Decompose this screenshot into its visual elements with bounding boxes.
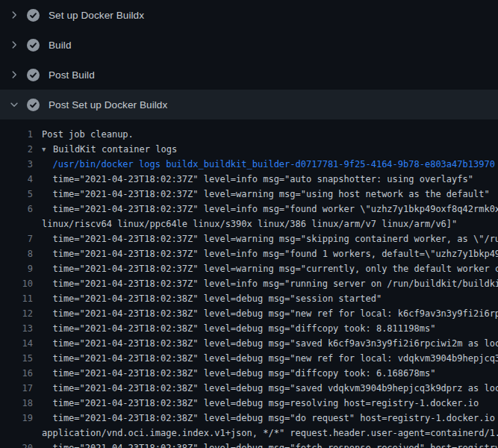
log-line: 9time="2021-04-23T18:02:37Z" level=warni… (0, 261, 498, 276)
line-number[interactable]: 2 (0, 142, 33, 157)
log-line: 6time="2021-04-23T18:02:37Z" level=info … (0, 202, 498, 217)
log-line: linux/riscv64 linux/ppc64le linux/s390x … (0, 217, 498, 231)
line-number[interactable]: 16 (0, 366, 33, 381)
chevron-down-icon[interactable] (9, 99, 19, 110)
log-line: 11time="2021-04-23T18:02:38Z" level=debu… (0, 291, 498, 306)
step-label-build: Build (49, 40, 72, 51)
line-number[interactable]: 6 (0, 202, 33, 217)
log-line: 16time="2021-04-23T18:02:38Z" level=debu… (0, 366, 498, 381)
log-text: time="2021-04-23T18:02:38Z" level=debug … (42, 381, 498, 396)
log-line: 13time="2021-04-23T18:02:38Z" level=debu… (0, 321, 498, 336)
log-line: 17time="2021-04-23T18:02:38Z" level=debu… (0, 381, 498, 396)
log-group-row[interactable]: 2▼BuildKit container logs (0, 142, 498, 157)
log-line: 8time="2021-04-23T18:02:37Z" level=info … (0, 246, 498, 261)
chevron-right-icon[interactable] (9, 40, 19, 50)
step-label-post-build: Post Build (49, 69, 95, 81)
log-text: ▼BuildKit container logs (42, 142, 498, 157)
log-text: time="2021-04-23T18:02:37Z" level=warnin… (42, 187, 498, 202)
log-line: 1Post job cleanup. (0, 127, 498, 142)
log-text: time="2021-04-23T18:02:38Z" level=debug … (42, 336, 498, 351)
line-number[interactable]: 1 (0, 127, 33, 142)
log-text: time="2021-04-23T18:02:38Z" level=debug … (42, 291, 498, 306)
line-number[interactable]: 14 (0, 336, 33, 351)
line-number[interactable]: 10 (0, 276, 33, 291)
step-label-set-up-docker-buildx: Set up Docker Buildx (49, 10, 144, 21)
log-text: time="2021-04-23T18:02:37Z" level=info m… (42, 172, 498, 187)
check-circle-icon (27, 9, 40, 22)
check-circle-icon (27, 99, 40, 111)
log-text: time="2021-04-23T18:02:37Z" level=info m… (42, 246, 498, 261)
line-number[interactable]: 9 (0, 261, 33, 276)
line-number[interactable]: 12 (0, 306, 33, 321)
step-label-post-set-up-docker-buildx: Post Set up Docker Buildx (49, 99, 167, 111)
check-circle-icon (27, 69, 40, 81)
line-number (0, 217, 33, 231)
line-number[interactable]: 18 (0, 396, 33, 411)
line-number[interactable]: 8 (0, 246, 33, 261)
step-row-post-set-up-docker-buildx[interactable]: Post Set up Docker Buildx (0, 90, 498, 119)
log-text: time="2021-04-23T18:02:38Z" level=debug … (42, 321, 498, 336)
log-line: application/vnd.oci.image.index.v1+json,… (0, 426, 498, 441)
step-row-build[interactable]: Build (0, 30, 498, 60)
log-line: 5time="2021-04-23T18:02:37Z" level=warni… (0, 187, 498, 202)
line-number[interactable]: 4 (0, 172, 33, 187)
log-command-text: /usr/bin/docker logs buildx_buildkit_bui… (42, 157, 498, 172)
log-text: application/vnd.oci.image.index.v1+json,… (42, 426, 498, 441)
line-number[interactable]: 3 (0, 157, 33, 172)
log-text: time="2021-04-23T18:02:37Z" level=warnin… (42, 261, 498, 276)
log-line: 4time="2021-04-23T18:02:37Z" level=info … (0, 172, 498, 187)
log-group-label: BuildKit container logs (53, 144, 177, 155)
line-number[interactable]: 20 (0, 441, 33, 448)
line-number (0, 426, 33, 441)
step-list: Set up Docker BuildxBuildPost BuildPost … (0, 0, 498, 119)
log-line: 19time="2021-04-23T18:02:38Z" level=debu… (0, 411, 498, 426)
log-text: linux/riscv64 linux/ppc64le linux/s390x … (42, 217, 498, 231)
log-line: 10time="2021-04-23T18:02:37Z" level=info… (0, 276, 498, 291)
log-line: 14time="2021-04-23T18:02:38Z" level=debu… (0, 336, 498, 351)
step-row-set-up-docker-buildx[interactable]: Set up Docker Buildx (0, 0, 498, 30)
log-line: 15time="2021-04-23T18:02:38Z" level=debu… (0, 351, 498, 366)
step-row-post-build[interactable]: Post Build (0, 60, 498, 90)
log-text: time="2021-04-23T18:02:38Z" level=debug … (42, 396, 498, 411)
log-text: Post job cleanup. (42, 127, 498, 142)
line-number[interactable]: 19 (0, 411, 33, 426)
line-number[interactable]: 15 (0, 351, 33, 366)
log-text: time="2021-04-23T18:02:38Z" level=debug … (42, 351, 498, 366)
collapse-triangle-icon[interactable]: ▼ (42, 142, 53, 157)
log-line: 7time="2021-04-23T18:02:37Z" level=warni… (0, 231, 498, 246)
line-number[interactable]: 13 (0, 321, 33, 336)
line-number[interactable]: 17 (0, 381, 33, 396)
log-line: 3/usr/bin/docker logs buildx_buildkit_bu… (0, 157, 498, 172)
chevron-right-icon[interactable] (9, 10, 19, 20)
log-text: time="2021-04-23T18:02:38Z" level=debug … (42, 441, 498, 448)
log-text: time="2021-04-23T18:02:38Z" level=debug … (42, 411, 498, 426)
log-output: 1Post job cleanup.2▼BuildKit container l… (0, 119, 498, 448)
log-line: 12time="2021-04-23T18:02:38Z" level=debu… (0, 306, 498, 321)
line-number[interactable]: 5 (0, 187, 33, 202)
log-line: 18time="2021-04-23T18:02:38Z" level=debu… (0, 396, 498, 411)
log-line: 20time="2021-04-23T18:02:38Z" level=debu… (0, 441, 498, 448)
log-text: time="2021-04-23T18:02:38Z" level=debug … (42, 366, 498, 381)
actions-log-viewer: Set up Docker BuildxBuildPost BuildPost … (0, 0, 498, 448)
check-circle-icon (27, 39, 40, 52)
line-number[interactable]: 7 (0, 231, 33, 246)
log-text: time="2021-04-23T18:02:38Z" level=debug … (42, 306, 498, 321)
log-text: time="2021-04-23T18:02:37Z" level=warnin… (42, 231, 498, 246)
line-number[interactable]: 11 (0, 291, 33, 306)
log-text: time="2021-04-23T18:02:37Z" level=info m… (42, 202, 498, 217)
chevron-right-icon[interactable] (9, 69, 19, 80)
log-text: time="2021-04-23T18:02:37Z" level=info m… (42, 276, 498, 291)
